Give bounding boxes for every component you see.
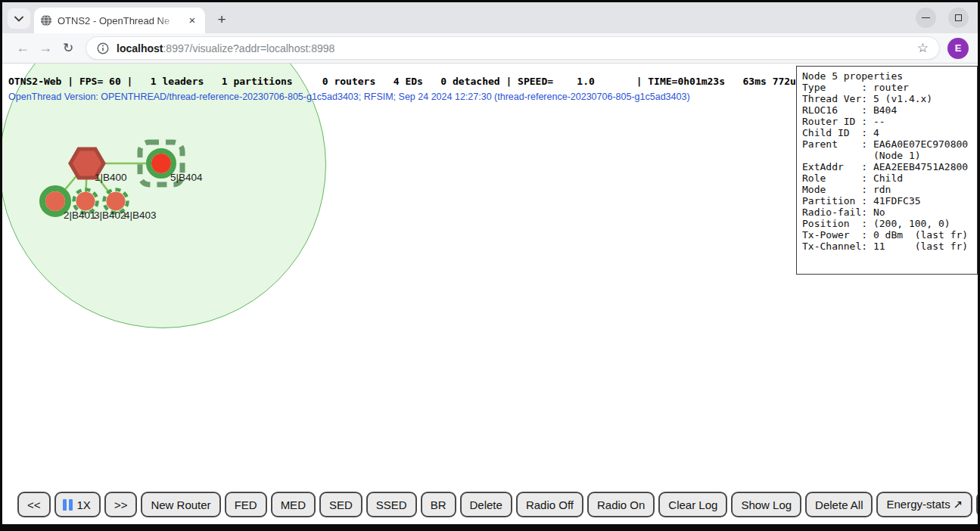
node-5-label: 5|B404 [170,172,203,183]
node-3-label: 3|B402 [94,210,126,221]
browser-window: OTNS2 - OpenThread Ne × + ← → ↻ localhos… [2,2,978,524]
new-tab-button[interactable]: + [211,9,232,30]
url-host: localhost [117,42,163,54]
browser-toolbar: ← → ↻ localhost:8997/visualize?addr=loca… [2,33,978,64]
node-1-label: 1|B400 [95,172,127,183]
node-properties-body: Type : router Thread Ver: 5 (v1.4.x) RLO… [802,82,968,252]
speed-up-button[interactable]: >> [104,492,138,517]
maximize-icon [955,14,962,21]
node-4-label: 4|B403 [124,210,157,221]
minimize-button[interactable] [916,8,936,28]
action-buttons: New RouterFEDMEDSEDSSEDBRDeleteRadio Off… [141,492,978,517]
simulator-status-line: OTNS2-Web | FPS= 60 | 1 leaders 1 partit… [8,76,802,87]
maximize-button[interactable] [948,8,969,28]
reload-button[interactable]: ↻ [57,37,79,60]
pause-icon [63,499,73,511]
browser-tab[interactable]: OTNS2 - OpenThread Ne × [34,8,205,33]
info-icon[interactable] [97,42,109,54]
tab-strip: OTNS2 - OpenThread Ne × + [2,2,978,33]
address-bar[interactable]: localhost:8997/visualize?addr=localhost:… [86,36,940,60]
toolbar-button-radio-off[interactable]: Radio Off [516,492,583,517]
speed-down-button[interactable]: << [17,492,51,517]
pause-speed-button[interactable]: 1X [54,492,101,517]
toolbar-button-sed[interactable]: SED [319,492,362,517]
window-controls [916,8,969,28]
network-canvas[interactable] [2,64,796,523]
toolbar-button-med[interactable]: MED [271,492,316,517]
globe-icon [40,14,52,26]
toolbar-button-delete[interactable]: Delete [460,492,512,517]
node-3[interactable] [76,192,95,211]
node-5[interactable] [151,154,171,173]
chevron-down-icon [14,16,23,22]
toolbar-button-node-stats[interactable]: Node-stats ↗ [976,492,978,517]
openthread-version-link[interactable]: OpenThread Version: OPENTHREAD/thread-re… [8,92,690,102]
speed-label: 1X [77,498,91,511]
toolbar-button-energy-stats[interactable]: Energy-stats ↗ [876,492,972,517]
tab-search-button[interactable] [8,8,30,29]
toolbar-button-clear-log[interactable]: Clear Log [658,492,727,517]
toolbar-button-new-router[interactable]: New Router [141,492,220,517]
toolbar-button-ssed[interactable]: SSED [366,492,417,517]
minimize-icon [922,17,930,18]
node-4[interactable] [107,192,126,211]
profile-avatar[interactable]: E [947,38,969,59]
forward-button[interactable]: → [34,37,57,60]
node-2-label: 2|B401 [64,210,96,221]
node-properties-title: Node 5 properties [802,70,903,82]
action-bar: << 1X >> New RouterFEDMEDSEDSSEDBRDelete… [17,492,973,517]
node-2[interactable] [45,191,65,211]
toolbar-button-delete-all[interactable]: Delete All [805,492,873,517]
toolbar-button-radio-on[interactable]: Radio On [587,492,655,517]
otns-visualization-page: OTNS2-Web | FPS= 60 | 1 leaders 1 partit… [2,64,978,524]
url-text[interactable]: localhost:8997/visualize?addr=localhost:… [117,42,910,54]
toolbar-button-fed[interactable]: FED [225,492,267,517]
node-properties-panel: Node 5 properties Type : router Thread V… [796,66,978,275]
toolbar-button-br[interactable]: BR [421,492,456,517]
toolbar-button-show-log[interactable]: Show Log [731,492,801,517]
bookmark-star-icon[interactable]: ☆ [917,40,929,56]
back-button[interactable]: ← [11,37,34,60]
url-path: :8997/visualize?addr=localhost:8998 [163,42,334,54]
tab-close-icon[interactable]: × [185,14,199,27]
tab-title: OTNS2 - OpenThread Ne [58,15,180,26]
